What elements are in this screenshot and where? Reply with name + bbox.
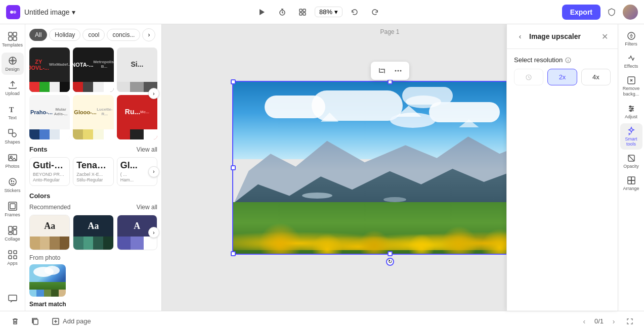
- shield-icon: [605, 5, 619, 19]
- colors-section: Colors Recommended View all Aa: [29, 192, 157, 250]
- handle-top-left[interactable]: [231, 79, 236, 84]
- upscaler-title: Image upscaler: [529, 32, 581, 40]
- colors-next-button[interactable]: ›: [148, 227, 159, 238]
- colors-section-title: Colors: [29, 192, 50, 200]
- from-photo-label: From photo: [29, 254, 157, 261]
- zoom-control[interactable]: 88% ▾: [315, 7, 342, 17]
- right-item-effects[interactable]: Effects: [620, 51, 642, 72]
- page-label: Page 1: [380, 28, 399, 35]
- zoom-value: 88%: [319, 8, 332, 16]
- handle-middle-left[interactable]: [231, 165, 236, 170]
- right-item-remove-bg[interactable]: Remove backg...: [620, 73, 642, 100]
- svg-rect-7: [303, 13, 306, 15]
- color-rec-card[interactable]: Aa: [29, 215, 70, 250]
- chevron-down-icon: ▾: [72, 8, 75, 16]
- svg-rect-29: [14, 251, 17, 254]
- recommended-colors-grid: Aa Aa: [29, 215, 157, 250]
- recommended-header: Recommended View all: [29, 204, 157, 211]
- photo-palette-swatches: [29, 290, 66, 297]
- kit-card[interactable]: NOTA-...Metropolis-B...: [73, 48, 113, 92]
- kit-card[interactable]: Si...: [117, 48, 157, 92]
- smart-match-label: Smart match: [29, 301, 157, 308]
- canvas-image-frame[interactable]: ↻: [233, 82, 547, 254]
- filter-tab-holiday[interactable]: Holiday: [49, 29, 80, 41]
- rotate-handle[interactable]: ↻: [386, 258, 394, 266]
- res-btn-2x[interactable]: 2x: [547, 69, 577, 85]
- svg-point-40: [630, 110, 631, 111]
- svg-rect-25: [13, 226, 17, 229]
- float-toolbar: [371, 62, 409, 80]
- kit-card[interactable]: Glooo-...Lucette-R...: [73, 95, 113, 139]
- fonts-next-button[interactable]: ›: [148, 166, 159, 177]
- grid-view-button[interactable]: [294, 4, 311, 20]
- undo-button[interactable]: [347, 4, 363, 20]
- copy-button[interactable]: [28, 315, 42, 327]
- filter-tab-cool[interactable]: cool: [82, 29, 105, 41]
- kit-cards-grid: ZY JOVL-...WixMadef... NOTA-...Metropoli…: [29, 48, 157, 139]
- filter-tab-concis[interactable]: concis...: [107, 29, 140, 41]
- filter-tab-all[interactable]: All: [29, 29, 47, 41]
- sidebar-item-design[interactable]: Design: [2, 53, 24, 75]
- export-button[interactable]: Export: [562, 5, 600, 20]
- svg-rect-4: [299, 9, 302, 12]
- more-options-button[interactable]: [391, 64, 405, 78]
- colors-view-all[interactable]: View all: [137, 204, 157, 211]
- photo-palette-card[interactable]: [29, 264, 66, 297]
- filter-tab-more[interactable]: ›: [142, 28, 155, 41]
- font-card[interactable]: Tenada-... Zacbel X-E... Stilu-Regular: [73, 157, 113, 186]
- right-item-smart-tools[interactable]: Smart tools: [620, 123, 642, 150]
- sidebar-item-upload[interactable]: Upload: [2, 77, 24, 99]
- resolution-label: Select resolution: [514, 56, 611, 64]
- play-button[interactable]: [254, 4, 270, 20]
- upscaler-close-button[interactable]: ✕: [598, 30, 611, 42]
- right-sidebar: Filters Effects Remove backg... Adjust S…: [618, 24, 644, 311]
- upscaler-back-button[interactable]: ‹: [514, 30, 526, 42]
- handle-bottom-left[interactable]: [231, 251, 236, 256]
- bottom-bar: Add page ‹ 0/1 ›: [0, 311, 644, 331]
- font-card[interactable]: Guti-Bo... BEYOND PRO... Anto-Regular: [29, 157, 70, 186]
- right-item-adjust[interactable]: Adjust: [620, 101, 642, 122]
- kit-card[interactable]: ZY JOVL-...WixMadef...: [29, 48, 70, 92]
- svg-rect-9: [13, 32, 17, 36]
- sidebar-item-comment[interactable]: [2, 291, 24, 307]
- panel-scroll: ZY JOVL-...WixMadef... NOTA-...Metropoli…: [25, 43, 161, 311]
- svg-text:T: T: [9, 106, 14, 114]
- right-item-filters[interactable]: Filters: [620, 28, 642, 50]
- sidebar-item-templates[interactable]: Templates: [2, 28, 24, 51]
- delete-button[interactable]: [8, 315, 22, 327]
- sidebar-item-photos[interactable]: Photos: [2, 150, 24, 172]
- svg-point-34: [397, 70, 399, 71]
- next-page-button[interactable]: ›: [608, 315, 620, 327]
- timer-button[interactable]: [274, 4, 290, 20]
- avatar[interactable]: [623, 5, 638, 20]
- kit-card[interactable]: Ru...Mc...: [117, 95, 157, 139]
- color-rec-card[interactable]: Aa: [73, 215, 113, 250]
- sidebar-item-collage[interactable]: Collage: [2, 222, 24, 245]
- svg-rect-8: [9, 32, 12, 36]
- res-btn-4x[interactable]: 4x: [581, 69, 611, 85]
- sidebar-item-shapes[interactable]: Shapes: [2, 125, 24, 148]
- kits-next-button[interactable]: ›: [148, 88, 159, 99]
- resolution-options: 2x 4x: [514, 69, 611, 85]
- svg-point-19: [9, 178, 16, 185]
- sidebar-item-frames[interactable]: Frames: [2, 198, 24, 220]
- topbar: Untitled image ▾ 88% ▾ Export: [0, 0, 644, 24]
- right-item-opacity[interactable]: Opacity: [620, 151, 642, 172]
- image-crop-button[interactable]: [375, 64, 389, 78]
- handle-top-center[interactable]: [388, 79, 393, 84]
- sidebar-item-stickers[interactable]: Stickers: [2, 174, 24, 196]
- fonts-view-all[interactable]: View all: [137, 146, 157, 153]
- fullscreen-button[interactable]: [624, 315, 636, 327]
- document-title[interactable]: Untitled image ▾: [24, 8, 75, 16]
- page-nav: ‹ 0/1 ›: [578, 315, 636, 327]
- svg-rect-44: [628, 180, 631, 184]
- add-page-button[interactable]: Add page: [49, 315, 94, 327]
- redo-button[interactable]: [367, 4, 383, 20]
- sidebar-item-text[interactable]: T Text: [2, 101, 24, 123]
- svg-point-0: [10, 11, 13, 14]
- prev-page-button[interactable]: ‹: [578, 315, 590, 327]
- kit-card[interactable]: Praho-...Mular Adis-...: [29, 95, 70, 139]
- handle-bottom-center[interactable]: [388, 251, 393, 256]
- sidebar-item-apps[interactable]: Apps: [2, 247, 24, 269]
- right-item-arrange[interactable]: Arrange: [620, 173, 642, 194]
